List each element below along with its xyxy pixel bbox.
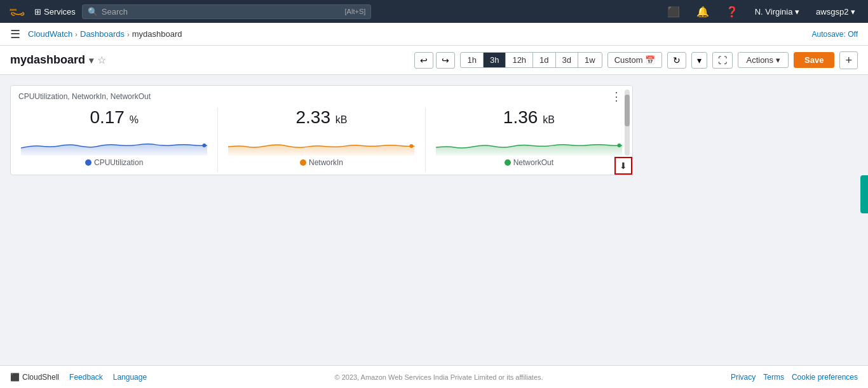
scrollbar-thumb[interactable]: [625, 95, 630, 126]
terms-link[interactable]: Terms: [763, 373, 784, 382]
time-1h-button[interactable]: 1h: [461, 53, 483, 67]
networkin-legend-dot: [300, 159, 306, 166]
account-menu[interactable]: awsgsp2 ▾: [811, 7, 860, 17]
time-3d-button[interactable]: 3d: [556, 53, 578, 67]
metric-cpu-label: CPUUtilization: [16, 158, 212, 172]
time-3h-button[interactable]: 3h: [484, 53, 506, 67]
footer-right: Privacy Terms Cookie preferences: [731, 373, 858, 382]
time-12h-button[interactable]: 12h: [506, 53, 533, 67]
hamburger-button[interactable]: ☰: [10, 25, 25, 44]
search-bar[interactable]: 🔍 [Alt+S]: [82, 4, 371, 19]
svg-point-2: [410, 144, 414, 148]
metric-networkin: 2.33 kB: [218, 107, 425, 172]
footer: ⬛ CloudShell Feedback Language © 2023, A…: [0, 365, 868, 388]
widget-title: CPUUtilization, NetworkIn, NetworkOut: [18, 92, 151, 101]
breadcrumb-current: mydashboard: [132, 29, 182, 39]
breadcrumb-sep-2: ›: [127, 30, 130, 38]
bell-icon-btn[interactable]: 🔔: [691, 3, 714, 20]
refresh-button[interactable]: ↻: [667, 52, 686, 69]
feedback-link[interactable]: Feedback: [69, 373, 103, 382]
language-link[interactable]: Language: [113, 373, 147, 382]
cloudshell-link[interactable]: ⬛ CloudShell: [10, 373, 59, 382]
metric-networkout-unit: kB: [543, 114, 555, 125]
metric-networkin-unit: kB: [336, 114, 348, 125]
aws-logo: aws: [8, 5, 28, 18]
svg-point-3: [617, 144, 621, 147]
side-tab[interactable]: [860, 175, 868, 213]
metric-networkout: 1.36 kB: [426, 107, 632, 172]
undo-button[interactable]: ↩: [414, 52, 433, 69]
services-menu[interactable]: ⊞ Services: [34, 7, 76, 17]
terminal-icon-btn[interactable]: ⬛: [662, 3, 685, 20]
widget-metrics: 0.17 %: [11, 102, 632, 175]
expand-icon-btn[interactable]: ⬇: [614, 157, 632, 175]
breadcrumb-sep-1: ›: [75, 30, 78, 38]
time-range-group: 1h 3h 12h 1d 3d 1w: [460, 52, 602, 68]
metric-cpu: 0.17 %: [11, 107, 218, 172]
cookie-link[interactable]: Cookie preferences: [792, 373, 858, 382]
metric-networkin-chart: [228, 130, 414, 156]
top-navigation: aws ⊞ Services 🔍 [Alt+S] ⬛ 🔔 ❓ N. Virgin…: [0, 0, 868, 23]
help-icon-btn[interactable]: ❓: [721, 3, 743, 20]
dashboard-toolbar: mydashboard ▾ ☆ ↩ ↪ 1h 3h 12h 1d 3d 1w C…: [0, 46, 868, 75]
terminal-icon: ⬛: [10, 373, 20, 382]
title-dropdown-arrow[interactable]: ▾: [89, 55, 93, 65]
dashboard-title-group: mydashboard ▾ ☆: [10, 53, 106, 67]
footer-copyright: © 2023, Amazon Web Services India Privat…: [157, 373, 721, 381]
search-hint: [Alt+S]: [345, 8, 366, 15]
metric-networkout-chart: [436, 130, 622, 156]
breadcrumb: CloudWatch › Dashboards › mydashboard: [28, 29, 182, 39]
widget-card: CPUUtilization, NetworkIn, NetworkOut ⋮ …: [10, 85, 633, 175]
fullscreen-button[interactable]: ⛶: [712, 52, 733, 69]
calendar-icon: 📅: [645, 55, 655, 65]
svg-point-1: [203, 144, 207, 147]
grid-icon: ⊞: [34, 7, 41, 17]
favorite-star-button[interactable]: ☆: [97, 54, 106, 66]
scrollbar-track[interactable]: [625, 90, 630, 156]
region-selector[interactable]: N. Virginia ▾: [750, 7, 804, 17]
save-button[interactable]: Save: [794, 52, 834, 68]
search-input[interactable]: [102, 7, 341, 17]
breadcrumb-cloudwatch[interactable]: CloudWatch: [28, 29, 72, 39]
metric-networkin-label: NetworkIn: [223, 158, 419, 172]
actions-dropdown-icon: ▾: [776, 55, 780, 65]
refresh-interval-button[interactable]: ▾: [691, 52, 707, 69]
secondary-navigation: ☰ CloudWatch › Dashboards › mydashboard …: [0, 23, 868, 46]
actions-button[interactable]: Actions ▾: [738, 52, 789, 68]
footer-left: ⬛ CloudShell Feedback Language: [10, 373, 147, 382]
time-1w-button[interactable]: 1w: [578, 53, 602, 67]
svg-text:aws: aws: [10, 8, 17, 11]
expand-icon: ⬇: [620, 161, 627, 171]
privacy-link[interactable]: Privacy: [731, 373, 756, 382]
autosave-status[interactable]: Autosave: Off: [812, 30, 858, 39]
redo-button[interactable]: ↪: [436, 52, 455, 69]
custom-time-button[interactable]: Custom 📅: [607, 52, 663, 68]
metric-networkout-value: 1.36 kB: [431, 107, 627, 128]
metric-cpu-chart: [21, 130, 207, 156]
undo-redo-group: ↩ ↪: [414, 52, 455, 69]
search-icon: 🔍: [88, 7, 98, 17]
metric-networkin-value: 2.33 kB: [223, 107, 419, 128]
widget-header: CPUUtilization, NetworkIn, NetworkOut ⋮: [11, 86, 632, 102]
add-widget-button[interactable]: +: [839, 51, 858, 69]
dashboard-title-text: mydashboard: [10, 53, 85, 67]
metric-cpu-unit: %: [130, 114, 139, 125]
time-1d-button[interactable]: 1d: [533, 53, 555, 67]
breadcrumb-dashboards[interactable]: Dashboards: [80, 29, 125, 39]
networkout-legend-dot: [505, 159, 511, 166]
main-content: CPUUtilization, NetworkIn, NetworkOut ⋮ …: [0, 75, 868, 365]
metric-networkout-label: NetworkOut: [431, 158, 627, 172]
metric-cpu-value: 0.17 %: [16, 107, 212, 128]
cpu-legend-dot: [85, 159, 92, 166]
